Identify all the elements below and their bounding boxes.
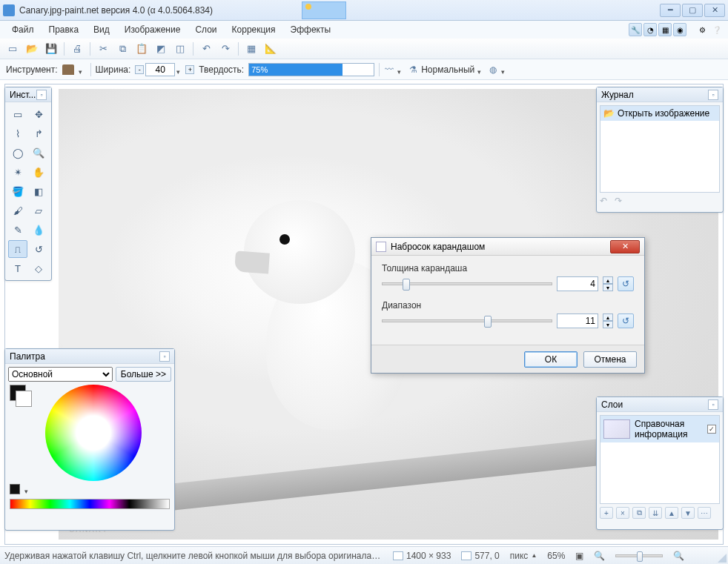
thickness-reset-button[interactable]: ↺ bbox=[618, 276, 634, 291]
copy-icon[interactable]: ⧉ bbox=[116, 42, 129, 56]
blend-icon[interactable]: ⚗ bbox=[408, 64, 418, 75]
layers-window-toggle-icon[interactable]: ▦ bbox=[658, 23, 672, 36]
minimize-button[interactable]: ━ bbox=[660, 4, 681, 17]
secondary-color-swatch[interactable] bbox=[16, 391, 32, 407]
alpha-icon[interactable]: ◍ bbox=[488, 64, 498, 75]
palette-menu-icon[interactable] bbox=[24, 485, 32, 493]
bucket-tool[interactable]: 🪣 bbox=[8, 182, 27, 200]
history-panel-close-icon[interactable]: ▫ bbox=[708, 90, 718, 100]
tool-window-toggle-icon[interactable]: 🔧 bbox=[629, 23, 642, 36]
zoom-out-icon[interactable]: 🔍 bbox=[594, 551, 605, 561]
thickness-down-button[interactable]: ▼ bbox=[603, 284, 613, 291]
picker-tool[interactable]: 💧 bbox=[29, 221, 48, 239]
menu-file[interactable]: Файл bbox=[4, 22, 42, 37]
width-dropdown-icon[interactable] bbox=[176, 66, 184, 73]
palette-panel-close-icon[interactable]: ▫ bbox=[159, 351, 170, 362]
move-tool[interactable]: ✥ bbox=[29, 105, 48, 123]
window-resize-grip[interactable] bbox=[716, 552, 727, 563]
print-icon[interactable]: 🖨 bbox=[70, 42, 84, 56]
paste-icon[interactable]: 📋 bbox=[135, 42, 148, 56]
ellipse-select-tool[interactable]: ◯ bbox=[8, 144, 27, 162]
history-window-toggle-icon[interactable]: ◔ bbox=[643, 23, 657, 36]
colors-window-toggle-icon[interactable]: ◉ bbox=[673, 23, 686, 36]
history-list[interactable]: 📂 Открыть изображение bbox=[600, 105, 720, 193]
width-incr-button[interactable]: + bbox=[185, 65, 194, 74]
help-icon[interactable]: ❔ bbox=[710, 23, 724, 36]
wand-tool[interactable]: ✴ bbox=[8, 163, 27, 181]
history-redo-icon[interactable]: ↷ bbox=[615, 196, 626, 206]
layer-up-icon[interactable]: ▲ bbox=[665, 507, 678, 519]
recolor-tool[interactable]: ↺ bbox=[29, 240, 48, 258]
gradient-tool[interactable]: ◧ bbox=[29, 182, 48, 200]
menu-image[interactable]: Изображение bbox=[117, 22, 188, 37]
range-down-button[interactable]: ▼ bbox=[603, 321, 613, 328]
hardness-slider[interactable]: 75% bbox=[248, 63, 374, 76]
blend-dropdown-icon[interactable] bbox=[477, 66, 485, 73]
zoom-in-icon[interactable]: 🔍 bbox=[673, 551, 684, 561]
palette-more-button[interactable]: Больше >> bbox=[116, 367, 171, 382]
menu-view[interactable]: Вид bbox=[86, 22, 117, 37]
menu-edit[interactable]: Правка bbox=[42, 22, 87, 37]
settings-icon[interactable]: ⚙ bbox=[695, 23, 709, 36]
current-color-swatch[interactable] bbox=[10, 484, 20, 494]
menu-adjust[interactable]: Коррекция bbox=[225, 22, 283, 37]
width-input[interactable]: 40 bbox=[145, 63, 175, 76]
range-slider[interactable] bbox=[382, 319, 552, 322]
thickness-up-button[interactable]: ▲ bbox=[603, 276, 613, 284]
width-decr-button[interactable]: - bbox=[135, 65, 144, 74]
layer-add-icon[interactable]: + bbox=[600, 507, 613, 519]
pencil-tool[interactable]: ✎ bbox=[8, 221, 27, 239]
ruler-icon[interactable]: 📐 bbox=[264, 42, 277, 56]
range-input[interactable]: 11 bbox=[557, 313, 598, 328]
color-palette-strip[interactable] bbox=[10, 499, 170, 509]
layers-list[interactable]: Справочная информация ✓ bbox=[600, 415, 720, 504]
layer-delete-icon[interactable]: × bbox=[616, 507, 629, 519]
thickness-slider[interactable] bbox=[382, 282, 552, 285]
brush-tool[interactable]: 🖌 bbox=[8, 202, 27, 219]
cut-icon[interactable]: ✂ bbox=[96, 42, 110, 56]
history-item[interactable]: 📂 Открыть изображение bbox=[600, 106, 719, 121]
document-thumb[interactable] bbox=[302, 1, 346, 19]
grid-icon[interactable]: ▦ bbox=[245, 42, 258, 56]
blend-mode[interactable]: Нормальный bbox=[421, 64, 474, 75]
range-reset-button[interactable]: ↺ bbox=[618, 313, 634, 328]
clone-tool[interactable]: ⎍ bbox=[8, 240, 27, 258]
thickness-input[interactable]: 4 bbox=[557, 276, 598, 291]
zoom-fit-icon[interactable]: ▣ bbox=[575, 551, 583, 561]
cancel-button[interactable]: Отмена bbox=[583, 351, 637, 368]
history-undo-icon[interactable]: ↶ bbox=[600, 196, 612, 206]
layer-down-icon[interactable]: ▼ bbox=[681, 507, 695, 519]
layer-merge-icon[interactable]: ⇊ bbox=[649, 507, 662, 519]
zoom-tool[interactable]: 🔍 bbox=[29, 144, 48, 162]
ok-button[interactable]: ОК bbox=[524, 351, 578, 368]
redo-icon[interactable]: ↷ bbox=[219, 42, 232, 56]
zoom-slider[interactable] bbox=[615, 554, 663, 557]
undo-icon[interactable]: ↶ bbox=[199, 42, 213, 56]
layers-panel-close-icon[interactable]: ▫ bbox=[708, 399, 718, 410]
pan-tool[interactable]: ✋ bbox=[29, 163, 48, 181]
dialog-close-button[interactable]: ✕ bbox=[610, 240, 640, 253]
open-icon[interactable]: 📂 bbox=[25, 42, 39, 56]
move-selection-tool[interactable]: ↱ bbox=[29, 125, 48, 142]
layer-props-icon[interactable]: ⋯ bbox=[698, 507, 711, 519]
maximize-button[interactable]: ▢ bbox=[682, 4, 703, 17]
close-button[interactable]: ✕ bbox=[704, 4, 725, 17]
color-mode-select[interactable]: Основной bbox=[8, 367, 113, 382]
antialias-icon[interactable]: 〰 bbox=[384, 64, 394, 75]
crop-icon[interactable]: ◩ bbox=[154, 42, 168, 56]
menu-effects[interactable]: Эффекты bbox=[283, 22, 339, 37]
lasso-tool[interactable]: ⌇ bbox=[8, 125, 27, 142]
eraser-tool[interactable]: ▱ bbox=[29, 202, 48, 219]
text-tool[interactable]: T bbox=[8, 259, 27, 277]
new-icon[interactable]: ▭ bbox=[6, 42, 19, 56]
clone-stamp-icon[interactable] bbox=[62, 64, 74, 75]
deselect-icon[interactable]: ◫ bbox=[173, 42, 187, 56]
layer-duplicate-icon[interactable]: ⧉ bbox=[632, 507, 646, 519]
color-wheel[interactable] bbox=[45, 385, 142, 481]
range-up-button[interactable]: ▲ bbox=[603, 313, 613, 321]
layer-row[interactable]: Справочная информация ✓ bbox=[600, 416, 719, 442]
shapes-tool[interactable]: ◇ bbox=[29, 259, 48, 277]
tools-panel-close-icon[interactable]: ▫ bbox=[36, 90, 47, 100]
save-icon[interactable]: 💾 bbox=[44, 42, 58, 56]
unit-label[interactable]: пикс bbox=[510, 551, 529, 561]
